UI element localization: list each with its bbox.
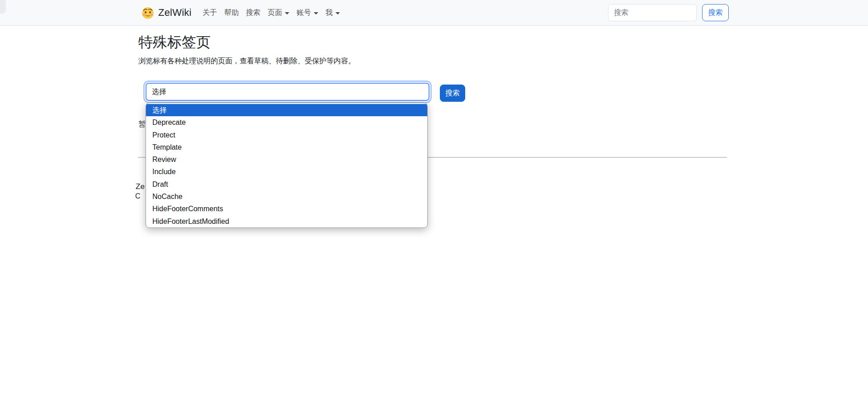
page-description: 浏览标有各种处理说明的页面，查看草稿、待删除、受保护等内容。	[138, 56, 355, 66]
footer-line2: C	[135, 192, 141, 200]
tag-select[interactable]: 选择	[146, 83, 429, 101]
chevron-down-icon	[314, 12, 318, 14]
chevron-down-icon	[335, 12, 340, 14]
dropdown-option-template[interactable]: Template	[146, 141, 427, 153]
page: ZelWiki 关于 帮助 搜索 页面 账号 我 搜索 特殊标签页 浏览标有各种…	[0, 0, 868, 412]
brand[interactable]: ZelWiki	[141, 0, 192, 25]
nav-item-pages[interactable]: 页面	[264, 8, 293, 18]
dropdown-option-protect[interactable]: Protect	[146, 129, 427, 141]
zelwiki-logo-icon	[141, 6, 155, 19]
nav-item-me-label: 我	[326, 8, 333, 18]
navbar-search-button[interactable]: 搜索	[702, 4, 729, 21]
tag-select-dropdown: 选择 Deprecate Protect Template Review Inc…	[146, 103, 428, 228]
nav-item-account[interactable]: 账号	[293, 8, 322, 18]
dropdown-option-deprecate[interactable]: Deprecate	[146, 116, 427, 128]
scrollbar-artifact	[0, 0, 6, 14]
dropdown-option-draft[interactable]: Draft	[146, 178, 427, 190]
dropdown-option-hidefootercomments[interactable]: HideFooterComments	[146, 203, 427, 215]
navbar-links: 关于 帮助 搜索 页面 账号 我	[199, 0, 344, 25]
dropdown-option-include[interactable]: Include	[146, 166, 427, 178]
dropdown-option-review[interactable]: Review	[146, 153, 427, 166]
dropdown-option-select[interactable]: 选择	[146, 104, 427, 116]
status-text: 暂	[138, 119, 146, 129]
dropdown-option-nocache[interactable]: NoCache	[146, 190, 427, 203]
nav-item-pages-label: 页面	[268, 8, 282, 18]
navbar-search-input[interactable]	[608, 4, 697, 21]
tag-select-value: 选择	[152, 87, 166, 97]
nav-item-about[interactable]: 关于	[199, 8, 221, 18]
nav-item-me[interactable]: 我	[322, 8, 344, 18]
brand-name[interactable]: ZelWiki	[158, 7, 192, 19]
nav-item-search[interactable]: 搜索	[242, 8, 264, 18]
page-title: 特殊标签页	[138, 33, 211, 52]
chevron-down-icon	[285, 12, 289, 14]
search-button[interactable]: 搜索	[440, 85, 465, 102]
nav-item-account-label: 账号	[297, 8, 311, 18]
top-navbar: ZelWiki 关于 帮助 搜索 页面 账号 我 搜索	[0, 0, 868, 26]
nav-item-help[interactable]: 帮助	[221, 8, 242, 18]
dropdown-option-hidefooterlastmodified[interactable]: HideFooterLastModified	[146, 215, 427, 227]
footer-line1: Ze	[136, 182, 145, 191]
